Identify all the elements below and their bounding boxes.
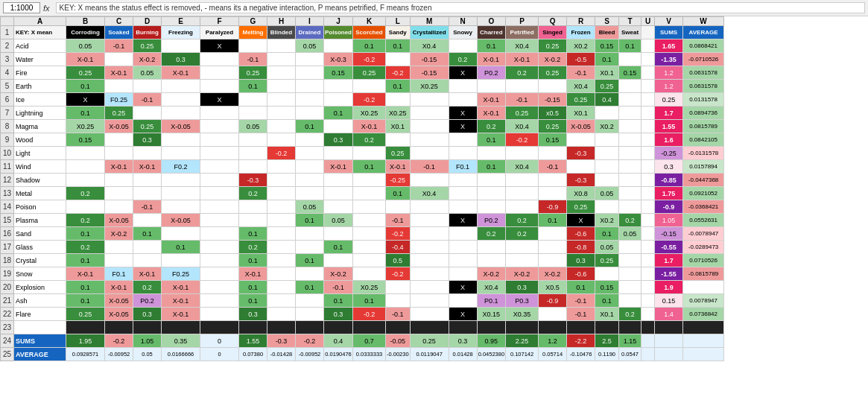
cell-7-m[interactable] bbox=[410, 107, 449, 120]
cell-22-w[interactable]: 0.0736842 bbox=[683, 308, 724, 321]
cell-15-k[interactable] bbox=[353, 214, 386, 227]
cell-21-k[interactable]: 0.1 bbox=[353, 294, 386, 308]
cell-18-r[interactable]: 0.3 bbox=[567, 254, 595, 267]
row-label-2[interactable]: Acid bbox=[14, 39, 66, 53]
cell-24-e[interactable]: 0.35 bbox=[162, 334, 200, 348]
col-header-k[interactable]: K bbox=[353, 17, 386, 26]
cell-17-r[interactable]: -0.8 bbox=[567, 241, 595, 254]
cell-11-v[interactable]: 0.3 bbox=[655, 160, 683, 174]
cell-19-u[interactable] bbox=[642, 267, 655, 281]
cell-22-f[interactable] bbox=[200, 308, 239, 321]
cell-12-p[interactable] bbox=[506, 174, 539, 187]
cell-3-m[interactable]: -0.15 bbox=[410, 53, 449, 66]
cell-4-n[interactable]: X bbox=[449, 66, 477, 80]
cell-9-p[interactable]: -0.2 bbox=[506, 133, 539, 147]
col-header-c[interactable]: C bbox=[105, 17, 133, 26]
cell-20-d[interactable]: 0.2 bbox=[133, 281, 162, 294]
cell-19-t[interactable] bbox=[619, 267, 642, 281]
row-label-25[interactable]: AVERAGE bbox=[14, 348, 66, 361]
row-label-23[interactable] bbox=[14, 321, 66, 334]
cell-13-o[interactable] bbox=[477, 187, 505, 200]
cell-4-l[interactable]: -0.2 bbox=[386, 66, 411, 80]
cell-3-u[interactable] bbox=[642, 53, 655, 66]
cell-7-d[interactable] bbox=[133, 107, 162, 120]
cell-9-m[interactable] bbox=[410, 133, 449, 147]
cell-4-t[interactable]: 0.15 bbox=[619, 66, 642, 80]
cell-19-f[interactable] bbox=[200, 267, 239, 281]
cell-6-c[interactable]: F0.25 bbox=[105, 93, 133, 107]
cell-6-k[interactable]: -0.2 bbox=[353, 93, 386, 107]
cell-19-s[interactable] bbox=[595, 267, 619, 281]
cell-22-i[interactable] bbox=[296, 308, 324, 321]
cell-4-i[interactable] bbox=[296, 66, 324, 80]
cell-8-w[interactable]: 0.0815789 bbox=[683, 120, 724, 133]
cell-2-c[interactable]: -0.1 bbox=[105, 39, 133, 53]
cell-23-j[interactable] bbox=[324, 321, 353, 334]
cell-24-k[interactable]: 0.7 bbox=[353, 334, 386, 348]
cell-8-h[interactable] bbox=[267, 120, 296, 133]
cell-25-n[interactable]: 0.01428 bbox=[449, 348, 477, 361]
cell-21-p[interactable]: P0.3 bbox=[506, 294, 539, 308]
cell-13-k[interactable] bbox=[353, 187, 386, 200]
row-label-9[interactable]: Wood bbox=[14, 133, 66, 147]
cell-21-n[interactable] bbox=[449, 294, 477, 308]
cell-17-d[interactable] bbox=[133, 241, 162, 254]
cell-20-b[interactable]: 0.1 bbox=[66, 281, 105, 294]
cell-4-r[interactable]: -0.1 bbox=[567, 66, 595, 80]
cell-16-d[interactable]: 0.1 bbox=[133, 227, 162, 241]
cell-3-q[interactable]: X-0.2 bbox=[539, 53, 567, 66]
cell-20-h[interactable] bbox=[267, 281, 296, 294]
cell-23-s[interactable] bbox=[595, 321, 619, 334]
cell-4-o[interactable]: P0.2 bbox=[477, 66, 505, 80]
cell-16-q[interactable] bbox=[539, 227, 567, 241]
cell-11-s[interactable] bbox=[595, 160, 619, 174]
cell-12-g[interactable]: -0.3 bbox=[239, 174, 267, 187]
cell-25-e[interactable]: 0.0166666 bbox=[162, 348, 200, 361]
cell-13-n[interactable] bbox=[449, 187, 477, 200]
cell-5-h[interactable] bbox=[267, 80, 296, 93]
cell-7-w[interactable]: 0.0894736 bbox=[683, 107, 724, 120]
cell-2-p[interactable]: X0.4 bbox=[506, 39, 539, 53]
cell-12-n[interactable] bbox=[449, 174, 477, 187]
cell-24-b[interactable]: 1.95 bbox=[66, 334, 105, 348]
cell-23-w[interactable] bbox=[683, 321, 724, 334]
cell-8-e[interactable]: X-0.05 bbox=[162, 120, 200, 133]
cell-17-v[interactable]: -0.55 bbox=[655, 241, 683, 254]
cell-18-n[interactable] bbox=[449, 254, 477, 267]
cell-13-v[interactable]: 1.75 bbox=[655, 187, 683, 200]
cell-5-r[interactable]: X0.4 bbox=[567, 80, 595, 93]
cell-15-l[interactable]: -0.1 bbox=[386, 214, 411, 227]
cell-11-j[interactable]: X-0.1 bbox=[324, 160, 353, 174]
cell-14-g[interactable] bbox=[239, 200, 267, 214]
cell-8-o[interactable]: 0.2 bbox=[477, 120, 505, 133]
cell-21-v[interactable]: 0.15 bbox=[655, 294, 683, 308]
cell-23-p[interactable] bbox=[506, 321, 539, 334]
cell-22-g[interactable]: 0.3 bbox=[239, 308, 267, 321]
cell-20-m[interactable] bbox=[410, 281, 449, 294]
row-label-13[interactable]: Metal bbox=[14, 187, 66, 200]
cell-9-h[interactable] bbox=[267, 133, 296, 147]
cell-25-k[interactable]: 0.0333333 bbox=[353, 348, 386, 361]
cell-2-m[interactable]: X0.4 bbox=[410, 39, 449, 53]
cell-2-r[interactable]: X0.2 bbox=[567, 39, 595, 53]
row-label-24[interactable]: SUMS bbox=[14, 334, 66, 348]
cell-4-j[interactable]: 0.15 bbox=[324, 66, 353, 80]
cell-5-m[interactable]: X0.25 bbox=[410, 80, 449, 93]
cell-13-h[interactable] bbox=[267, 187, 296, 200]
cell-3-e[interactable]: 0.3 bbox=[162, 53, 200, 66]
cell-20-l[interactable] bbox=[386, 281, 411, 294]
cell-25-s[interactable]: 0.1190 bbox=[595, 348, 619, 361]
cell-16-u[interactable] bbox=[642, 227, 655, 241]
cell-11-e[interactable]: F0.2 bbox=[162, 160, 200, 174]
cell-15-h[interactable] bbox=[267, 214, 296, 227]
cell-5-f[interactable] bbox=[200, 80, 239, 93]
cell-22-t[interactable]: 0.2 bbox=[619, 308, 642, 321]
cell-14-t[interactable] bbox=[619, 200, 642, 214]
cell-15-i[interactable]: 0.1 bbox=[296, 214, 324, 227]
cell-6-n[interactable] bbox=[449, 93, 477, 107]
cell-25-h[interactable]: -0.01428 bbox=[267, 348, 296, 361]
cell-15-e[interactable]: X-0.05 bbox=[162, 214, 200, 227]
cell-6-u[interactable] bbox=[642, 93, 655, 107]
cell-18-i[interactable]: 0.1 bbox=[296, 254, 324, 267]
cell-9-o[interactable]: 0.1 bbox=[477, 133, 505, 147]
